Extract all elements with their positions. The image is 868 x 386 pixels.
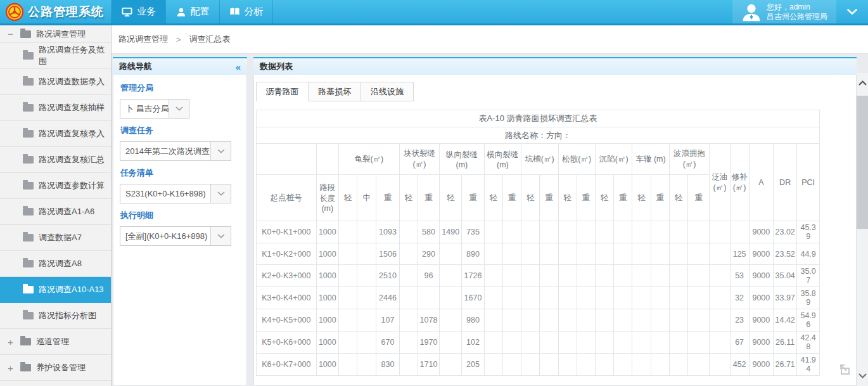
table-row: K5+0-K6+0001000670197010267900026.1142.4… — [257, 331, 820, 354]
sidebar-item[interactable]: 路况调查参数计算 — [0, 173, 111, 199]
cell — [418, 287, 439, 309]
nav-label: 配置 — [191, 6, 210, 18]
data-list-header: 数据列表 — [253, 57, 857, 75]
chevron-down-icon[interactable] — [210, 142, 231, 160]
cell — [440, 309, 462, 331]
breadcrumb-item[interactable]: 路况调查管理 — [118, 34, 168, 45]
cell — [595, 287, 613, 309]
sidebar-item[interactable]: 路况调查A1-A6 — [0, 199, 111, 225]
cell — [338, 265, 357, 287]
sidebar-item[interactable]: −路况调查管理 — [0, 25, 111, 43]
cell — [357, 265, 376, 287]
tab-asphalt-pavement[interactable]: 沥青路面 — [256, 82, 309, 101]
nav-tab-business[interactable]: 业务 — [112, 0, 165, 23]
folder-icon — [20, 338, 31, 345]
management-branch-select[interactable]: 卜 昌吉分局 — [120, 99, 189, 119]
cell — [357, 309, 376, 331]
vertical-scrollbar[interactable] — [857, 73, 868, 386]
cell — [399, 287, 418, 309]
cell: 205 — [462, 354, 484, 376]
user-menu-toggle[interactable] — [836, 0, 868, 23]
sidebar-item-label: 路况调查复核录入 — [39, 128, 105, 139]
chevron-down-icon — [847, 9, 857, 15]
nav-tab-config[interactable]: 配置 — [165, 0, 219, 23]
report-title: 表A-10 沥青路面损坏调查汇总表 — [257, 110, 820, 127]
cell — [338, 354, 357, 376]
chevron-down-icon[interactable] — [169, 100, 189, 118]
cell — [595, 354, 613, 376]
sidebar-item-label: 路况调查数据录入 — [39, 76, 105, 87]
sidebar-item[interactable]: 路况调查复核抽样 — [0, 95, 111, 121]
user-info[interactable]: 您好，admin 昌吉州公路管理局 — [732, 0, 836, 23]
sidebar-item-label: 路况调查复核抽样 — [39, 102, 105, 113]
scroll-up-icon[interactable] — [857, 74, 868, 92]
cell — [399, 309, 418, 331]
cell — [577, 287, 595, 309]
column-header: 重 — [688, 175, 710, 221]
cell — [502, 309, 521, 331]
scroll-down-icon[interactable] — [857, 367, 868, 385]
expand-icon[interactable]: + — [8, 363, 20, 373]
cell — [688, 221, 710, 243]
folder-icon — [23, 234, 34, 241]
survey-task-select[interactable]: 2014年第二次路况调查 — [120, 141, 231, 161]
collapse-icon[interactable]: − — [8, 29, 20, 39]
sidebar-item[interactable]: +养护设备管理 — [0, 355, 111, 381]
sidebar-item[interactable]: 路况调查数据录入 — [0, 69, 111, 95]
cell — [595, 221, 613, 243]
cell — [688, 309, 710, 331]
sidebar-item[interactable]: 路况调查A8 — [0, 251, 111, 277]
task-list-select[interactable]: S231(K0+0-K16+898) — [120, 184, 231, 203]
sidebar-item[interactable]: 路况调查任务及范围 — [0, 43, 111, 69]
chevron-down-icon[interactable] — [210, 227, 231, 245]
cell: 1093 — [376, 221, 399, 243]
breadcrumb-item-current[interactable]: 调查汇总表 — [189, 34, 231, 45]
column-header: 轻 — [484, 175, 502, 221]
sidebar-item[interactable]: 调查数据A7 — [0, 225, 111, 251]
cell — [577, 243, 595, 265]
cell — [614, 354, 632, 376]
sidebar-item[interactable]: +巡道管理 — [0, 329, 111, 355]
book-icon — [229, 7, 240, 16]
tab-roadside-facilities[interactable]: 沿线设施 — [361, 82, 414, 101]
cell: K0+0-K1+000 — [257, 221, 317, 243]
table-row: K4+0-K5+0001000107107898023900014.4254.9… — [257, 309, 820, 331]
cell: 890 — [462, 243, 484, 265]
column-header: 重 — [462, 175, 484, 221]
column-header: 起点桩号 — [257, 175, 317, 221]
expand-icon[interactable]: + — [8, 337, 20, 347]
cell: 2446 — [376, 287, 399, 309]
sidebar-item[interactable]: 路况调查复核汇总 — [0, 147, 111, 173]
cell: 735 — [462, 221, 484, 243]
cell: 2510 — [376, 265, 399, 287]
route-nav-header: 路线导航 « — [113, 57, 247, 75]
sidebar-item[interactable]: 路况调查复核录入 — [0, 121, 111, 147]
cell — [338, 331, 357, 354]
nav-tab-analysis[interactable]: 分析 — [219, 0, 273, 23]
execution-detail-select[interactable]: [全副](K0+0-K16+898) — [120, 226, 231, 246]
nav-label: 业务 — [137, 6, 156, 18]
cell — [484, 287, 502, 309]
sidebar-item[interactable]: 路况指标分析图 — [0, 303, 111, 329]
popout-icon[interactable] — [838, 362, 853, 380]
cell — [558, 331, 577, 354]
column-header: 重 — [376, 175, 399, 221]
cell — [399, 354, 418, 376]
collapse-panel-icon[interactable]: « — [236, 61, 241, 72]
main-nav: 业务 配置 分析 — [112, 0, 273, 23]
cell — [357, 354, 376, 376]
column-group-header: 龟裂(㎡) — [338, 144, 399, 175]
cell: 452 — [730, 354, 749, 376]
cell: 35.04 — [774, 265, 797, 287]
table-row: K6+0-K7+00010008301710205452900026.7141.… — [257, 354, 820, 376]
main-region: 路况调查管理 > 调查汇总表 路线导航 « 管理分局 卜 昌吉分局 — [112, 25, 868, 386]
folder-icon — [20, 364, 31, 371]
cell — [669, 221, 687, 243]
tab-subgrade-damage[interactable]: 路基损坏 — [309, 82, 361, 101]
chevron-down-icon[interactable] — [210, 184, 231, 203]
scrollbar-thumb[interactable] — [857, 96, 868, 229]
data-list-panel: 数据列表 沥青路面 路基损坏 沿线设施 表A-10 沥青路面损坏调查汇总表路线名… — [253, 57, 857, 386]
cell: 23.02 — [774, 221, 797, 243]
sidebar-item[interactable]: 路况调查A10-A13 — [0, 277, 111, 303]
cell: 830 — [376, 354, 399, 376]
